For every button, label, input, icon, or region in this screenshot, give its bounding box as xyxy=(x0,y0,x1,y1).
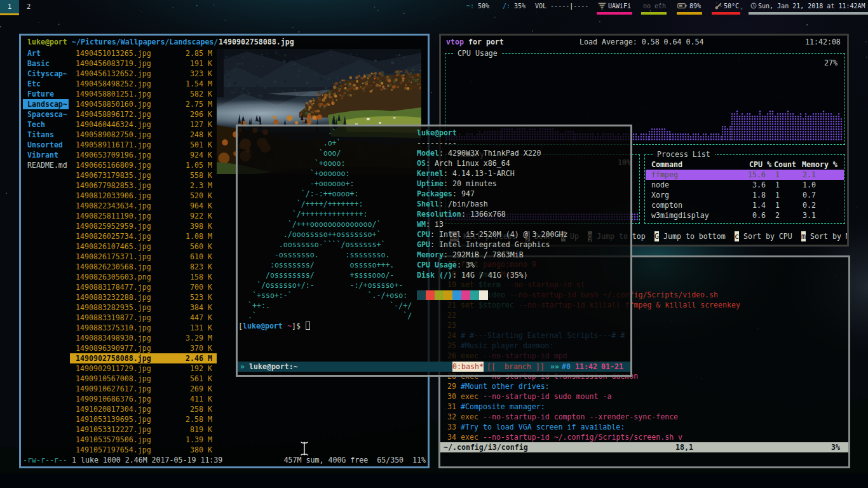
keybind-key-G[interactable]: G xyxy=(654,231,659,241)
proc-count: 1 xyxy=(775,200,780,210)
ranger-dir[interactable]: Titans xyxy=(27,130,54,140)
ranger-file[interactable]: 1490456132652.jpg xyxy=(76,69,151,79)
keybind-key-c[interactable]: c xyxy=(735,231,739,241)
proc-command[interactable]: w3mimgdisplay xyxy=(651,210,709,220)
neofetch-user-host: luke@port xyxy=(417,128,457,138)
proc-command[interactable]: Xorg xyxy=(651,190,669,200)
ranger-dir[interactable]: Spacesca~ xyxy=(27,109,67,119)
workspace-button-1[interactable]: 1 xyxy=(0,0,19,15)
ranger-file-readme[interactable]: README.md xyxy=(27,160,67,170)
ranger-file[interactable]: 1490812033906.jpg xyxy=(76,191,151,201)
neofetch-info-label: CPU Usage xyxy=(417,260,457,270)
ranger-dir[interactable]: Landscap~ xyxy=(27,99,67,109)
ranger-file[interactable]: 1491020817304.jpg xyxy=(76,404,151,414)
ranger-file[interactable]: 1490826230568.jpg xyxy=(76,262,151,272)
neofetch-info-label: CPU xyxy=(417,229,430,240)
ranger-file[interactable]: 1490677982853.jpg xyxy=(76,180,151,191)
ranger-dir[interactable]: Etc xyxy=(27,79,41,89)
neofetch-info-colon: : xyxy=(430,240,439,250)
ranger-file[interactable]: 1490825952959.jpg xyxy=(76,221,151,231)
ranger-file[interactable]: 1490451013265.jpg xyxy=(76,48,151,58)
proc-header-memory: Memory % xyxy=(802,159,837,170)
ranger-file[interactable]: 1490826025734.jpg xyxy=(76,231,151,241)
ranger-dir[interactable]: Tech xyxy=(27,119,45,130)
ranger-file[interactable]: 1490826107465.jpg xyxy=(76,241,151,252)
ranger-dir[interactable]: Vibrant xyxy=(27,150,58,160)
ranger-file[interactable]: 1490826175371.jpg xyxy=(76,252,151,262)
vim-code: --no-startup-id ~/.config/Scripts/screen… xyxy=(478,432,682,442)
ranger-file[interactable]: 1490883375310.jpg xyxy=(76,323,151,333)
ranger-file[interactable]: 1490883319877.jpg xyxy=(76,313,151,323)
ranger-file[interactable]: 1490653709196.jpg xyxy=(76,150,151,160)
ranger-file[interactable]: 1490896390977.jpg xyxy=(76,343,151,353)
palette-swatch-6 xyxy=(470,290,479,300)
ranger-file[interactable]: 1491053312227.jpg xyxy=(76,424,151,435)
vim-code: #Mount other drives: xyxy=(461,381,550,391)
neofetch-info-value: 4290W3X ThinkPad X220 xyxy=(448,148,541,158)
terminal-cursor xyxy=(306,322,310,330)
keybind-key-m[interactable]: m xyxy=(801,231,806,241)
ranger-file[interactable]: 1490825811190.jpg xyxy=(76,211,151,221)
neofetch-terminal-window[interactable]: -` .o+` `ooo/ `+oooo: `+oooooo: -+oooooo… xyxy=(236,125,632,377)
neofetch-underline: --------- xyxy=(417,138,457,148)
tmux-status-bar: » luke@port:~0:bash*[[ branch ]]»»#011:4… xyxy=(238,362,630,372)
ranger-file-size: 296 K xyxy=(190,109,212,119)
bar-label: 50°C xyxy=(724,3,739,10)
bar-segment-disk-root[interactable]: /: 35% xyxy=(503,0,526,15)
tmux-window-name[interactable]: 0:bash* xyxy=(452,362,484,372)
bar-text: ---- xyxy=(573,3,588,10)
ranger-file[interactable]: 1490458896172.jpg xyxy=(76,109,151,119)
shell-prompt-part: luke@port xyxy=(243,321,283,331)
keybind-label: Sort by Mem xyxy=(810,231,847,241)
ranger-dir[interactable]: Art xyxy=(27,48,41,58)
neofetch-info-value: 947 xyxy=(461,189,475,199)
ranger-file[interactable]: 1490902911729.jpg xyxy=(76,363,151,374)
ranger-file[interactable]: 1490458801251.jpg xyxy=(76,89,151,99)
ranger-file-size: 398 K xyxy=(190,221,212,231)
ranger-file[interactable]: 1490883178477.jpg xyxy=(76,282,151,292)
ranger-file[interactable]: 1490589116171.jpg xyxy=(76,140,151,150)
ranger-file[interactable]: 1490902758088.jpg xyxy=(76,353,151,363)
ranger-file[interactable]: 1490910567008.jpg xyxy=(76,374,151,384)
neofetch-info-colon: : xyxy=(426,158,435,168)
ranger-dir[interactable]: Cityscap~ xyxy=(27,69,67,79)
ranger-file[interactable]: 1490673179835.jpg xyxy=(76,170,151,180)
ranger-file[interactable]: 1490458850160.jpg xyxy=(76,99,151,109)
ranger-title-part: 1490902758088.jpg xyxy=(219,37,294,47)
ranger-file[interactable]: 1490589082750.jpg xyxy=(76,130,151,140)
ranger-file-size: 924 K xyxy=(190,150,212,160)
shell-prompt-part: [ xyxy=(238,321,243,331)
ranger-file[interactable]: 1490910686376.jpg xyxy=(76,394,151,404)
ranger-file-size: 258 K xyxy=(190,404,212,414)
bar-segment-volume[interactable]: VOL -----|---- xyxy=(535,0,588,15)
ranger-file[interactable]: 1490460446324.jpg xyxy=(76,119,151,130)
mouse-ibeam-cursor xyxy=(299,440,310,457)
proc-count: 2 xyxy=(775,210,780,220)
ranger-dir[interactable]: Future xyxy=(27,89,54,99)
ranger-dir[interactable]: Basic xyxy=(27,58,50,69)
ranger-file[interactable]: 1490883282935.jpg xyxy=(76,302,151,313)
ranger-file[interactable]: 1490910627617.jpg xyxy=(76,384,151,394)
ranger-file[interactable]: 1490883232288.jpg xyxy=(76,292,151,302)
ranger-file[interactable]: 1491053579506.jpg xyxy=(76,435,151,445)
proc-command[interactable]: compton xyxy=(651,200,682,210)
ranger-file[interactable]: 1491053139695.jpg xyxy=(76,414,151,424)
ranger-file[interactable]: 1490458498252.jpg xyxy=(76,79,151,89)
vim-code: exec xyxy=(461,412,478,422)
ranger-file[interactable]: 1490822343634.jpg xyxy=(76,201,151,211)
workspace-button-2[interactable]: 2 xyxy=(19,0,38,15)
proc-command[interactable]: node xyxy=(651,180,669,190)
ranger-file[interactable]: 1491057197654.jpg xyxy=(76,445,151,455)
ranger-file-size: 127 K xyxy=(190,119,212,130)
bar-segment-disk-home[interactable]: ~: 50% xyxy=(466,0,489,15)
ranger-file[interactable]: 1490665166809.jpg xyxy=(76,160,151,170)
proc-command[interactable]: ffmpeg xyxy=(651,170,678,180)
neofetch-info-label: Uptime xyxy=(417,179,444,189)
ranger-file[interactable]: 1490883498930.jpg xyxy=(76,333,151,343)
neofetch-info-value: Intel Integrated Graphics xyxy=(439,240,550,250)
neofetch-info-label: GPU xyxy=(417,240,430,250)
ranger-file[interactable]: 1490456083719.jpg xyxy=(76,58,151,69)
ranger-dir[interactable]: Unsorted xyxy=(27,140,63,150)
ranger-status-left: 1 luke 1000 2.46M 2017-05-19 11:39 xyxy=(67,455,222,465)
ranger-file[interactable]: 1490826305603.png xyxy=(76,272,151,282)
